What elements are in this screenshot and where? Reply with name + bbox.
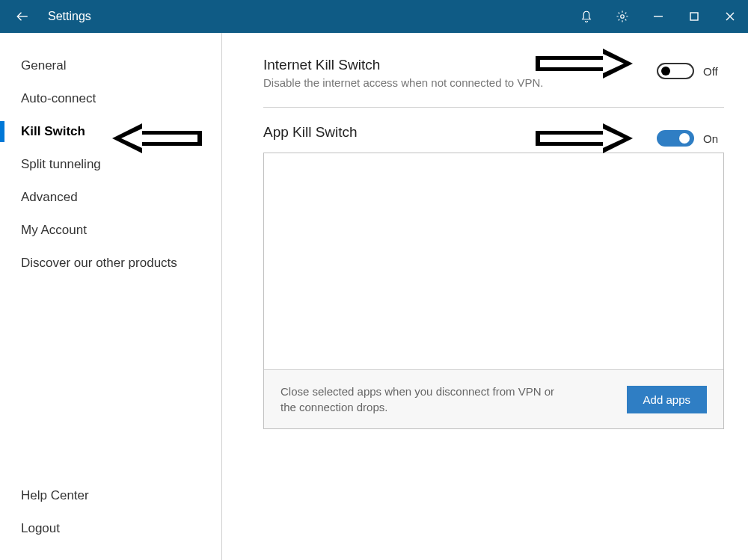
internet-kill-switch-row: Internet Kill Switch Disable the interne… <box>263 57 724 89</box>
sidebar-item-kill-switch[interactable]: Kill Switch <box>0 115 221 148</box>
sidebar-item-label: Advanced <box>21 190 78 204</box>
sidebar-item-label: Logout <box>21 521 60 535</box>
sidebar-item-label: General <box>21 58 66 73</box>
sidebar-item-split-tunneling[interactable]: Split tunneling <box>0 148 221 181</box>
settings-gear-button[interactable] <box>604 0 640 33</box>
app-kill-switch-footer-message: Close selected apps when you disconnect … <box>280 384 565 415</box>
toggle-knob-icon <box>679 133 690 144</box>
svg-rect-3 <box>690 13 698 20</box>
internet-kill-switch-subtitle: Disable the internet access when not con… <box>263 76 724 89</box>
sidebar-item-my-account[interactable]: My Account <box>0 214 221 247</box>
internet-kill-switch-state: Off <box>703 65 724 78</box>
app-kill-switch-title: App Kill Switch <box>263 124 724 141</box>
sidebar-item-label: Discover our other products <box>21 256 177 270</box>
sidebar-item-label: Split tunneling <box>21 157 101 171</box>
app-kill-switch-apps-list <box>264 153 723 369</box>
settings-window: Settings <box>0 0 748 560</box>
maximize-button[interactable] <box>676 0 712 33</box>
app-kill-switch-row: App Kill Switch On Close selected apps w… <box>263 124 724 429</box>
sidebar-item-auto-connect[interactable]: Auto-connect <box>0 82 221 115</box>
toggle-knob-icon <box>661 67 670 76</box>
minimize-button[interactable] <box>640 0 676 33</box>
sidebar-item-advanced[interactable]: Advanced <box>0 181 221 214</box>
page-title: Settings <box>48 10 91 23</box>
app-kill-switch-state: On <box>703 132 724 145</box>
sidebar-item-discover[interactable]: Discover our other products <box>0 247 221 280</box>
sidebar-item-help-center[interactable]: Help Center <box>0 479 221 512</box>
sidebar-item-label: My Account <box>21 223 87 237</box>
app-kill-switch-footer: Close selected apps when you disconnect … <box>264 369 723 428</box>
sidebar-item-logout[interactable]: Logout <box>0 512 221 545</box>
svg-point-1 <box>621 15 625 19</box>
sidebar: General Auto-connect Kill Switch Split t… <box>0 33 221 560</box>
internet-kill-switch-toggle[interactable] <box>657 63 694 79</box>
sidebar-item-label: Help Center <box>21 488 89 502</box>
notifications-button[interactable] <box>568 0 604 33</box>
back-button[interactable] <box>6 0 39 33</box>
app-kill-switch-apps-box: Close selected apps when you disconnect … <box>263 153 724 429</box>
app-kill-switch-toggle[interactable] <box>657 130 694 147</box>
close-button[interactable] <box>712 0 748 33</box>
add-apps-button[interactable]: Add apps <box>627 386 707 413</box>
sidebar-item-general[interactable]: General <box>0 49 221 82</box>
main-content: Internet Kill Switch Disable the interne… <box>221 33 748 560</box>
sidebar-item-label: Auto-connect <box>21 91 96 105</box>
section-divider <box>263 107 724 108</box>
sidebar-item-label: Kill Switch <box>21 124 85 138</box>
titlebar: Settings <box>0 0 748 33</box>
internet-kill-switch-title: Internet Kill Switch <box>263 57 724 73</box>
